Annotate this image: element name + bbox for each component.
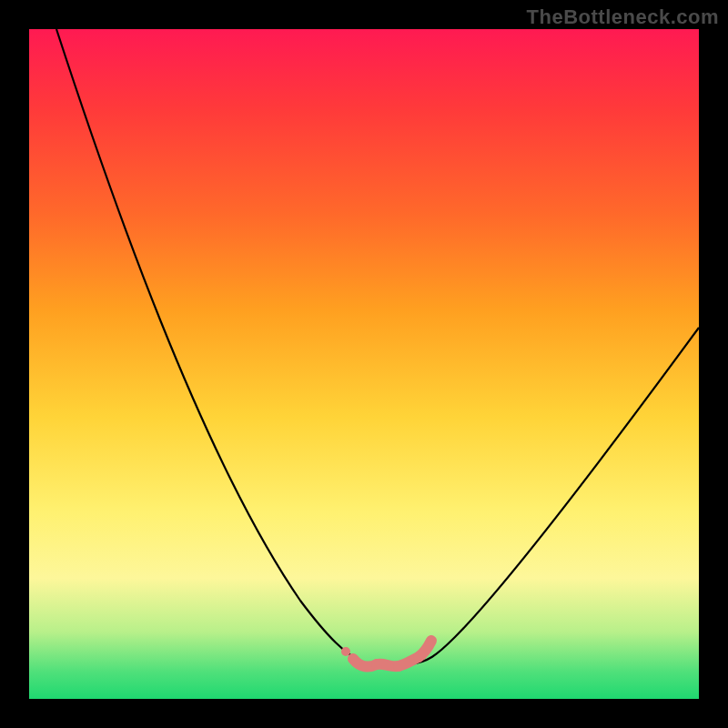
gradient-plot-area: [29, 29, 699, 699]
watermark-text: TheBottleneck.com: [527, 5, 719, 29]
chart-frame: TheBottleneck.com: [0, 0, 728, 728]
